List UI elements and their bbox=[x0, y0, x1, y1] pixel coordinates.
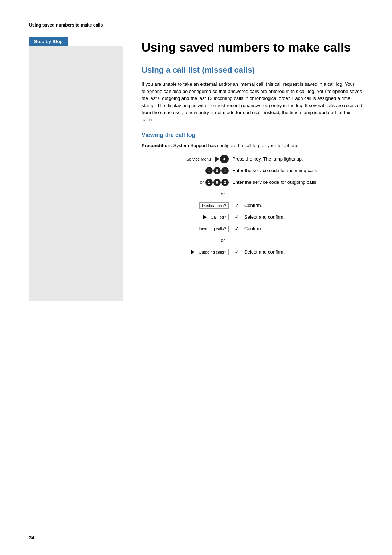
or-row-1: or bbox=[142, 189, 363, 199]
step-row-1-right: Press the key. The lamp lights up. bbox=[232, 156, 363, 162]
sidebar-grey-area bbox=[29, 46, 123, 301]
checkmark-7: ✓ bbox=[234, 248, 239, 255]
step-row-4-right: ✓ Confirm. bbox=[232, 202, 363, 209]
or-row-1-left: or bbox=[142, 191, 232, 197]
arrow-5-icon bbox=[203, 215, 207, 219]
step-row-7-right: ✓ Select and confirm. bbox=[232, 248, 363, 255]
step-row-2-right: Enter the service code for incoming call… bbox=[232, 168, 363, 173]
precondition-text: Precondition: System Support has configu… bbox=[142, 142, 363, 149]
checkmark-6: ✓ bbox=[234, 225, 239, 232]
checkmark-5: ✓ bbox=[234, 214, 239, 220]
left-sidebar: Step by Step bbox=[29, 37, 131, 301]
icon-1a: 1 bbox=[205, 167, 213, 174]
section2-title: Viewing the call log bbox=[142, 132, 363, 138]
step-row-6: Incoming calls? ✓ Confirm. bbox=[142, 224, 363, 234]
content-layout: Step by Step Using saved numbers to make… bbox=[29, 37, 363, 301]
page-title: Using saved numbers to make calls bbox=[142, 40, 363, 54]
step-row-5-left: Call log? bbox=[142, 214, 232, 220]
breadcrumb: Using saved numbers to make calls bbox=[29, 23, 103, 28]
step7-text: Select and confirm. bbox=[244, 249, 285, 255]
step-row-6-right: ✓ Confirm. bbox=[232, 225, 363, 232]
or-label-2: or bbox=[221, 238, 229, 243]
step6-text: Confirm. bbox=[244, 226, 262, 231]
step-row-2-left: 1 8 1 bbox=[142, 167, 232, 174]
step-by-step-label: Step by Step bbox=[29, 37, 68, 46]
page-container: Using saved numbers to make calls Step b… bbox=[0, 0, 392, 555]
step2-text: Enter the service code for incoming call… bbox=[232, 168, 318, 173]
arrow-icon bbox=[215, 156, 219, 162]
icon-8a: 8 bbox=[213, 167, 221, 174]
destinations-menu[interactable]: Destinations? bbox=[199, 202, 229, 209]
page-number: 34 bbox=[29, 535, 34, 540]
arrow-7-icon bbox=[191, 250, 195, 254]
section1-title: Using a call list (missed calls) bbox=[142, 65, 363, 75]
step-row-7-left: Outgoing calls? bbox=[142, 249, 232, 255]
step-row-3: or 1 8 2 Enter the service code for outg… bbox=[142, 178, 363, 187]
calllog-menu[interactable]: Call log? bbox=[208, 214, 229, 220]
or-label-1: or bbox=[221, 191, 229, 197]
icon-2a: 2 bbox=[221, 179, 229, 186]
step-row-1: Service Menu ● Press the key. The lamp l… bbox=[142, 154, 363, 164]
step1-text: Press the key. The lamp lights up. bbox=[232, 156, 303, 162]
or-row-2-left: or bbox=[142, 238, 232, 243]
page-header: Using saved numbers to make calls bbox=[29, 22, 363, 29]
step5-text: Select and confirm. bbox=[244, 214, 285, 220]
icon-1c: 1 bbox=[205, 179, 213, 186]
icon-8b: 8 bbox=[213, 179, 221, 186]
or-row-2: or bbox=[142, 236, 363, 245]
section1-body: If you are unable to take an external an… bbox=[142, 81, 363, 123]
icon-group-181: 1 8 1 bbox=[205, 167, 229, 174]
icon-1b: 1 bbox=[221, 167, 229, 174]
service-menu-button[interactable]: Service Menu bbox=[184, 156, 213, 162]
step-row-4-left: Destinations? bbox=[142, 202, 232, 209]
step-row-1-left: Service Menu ● bbox=[142, 155, 232, 163]
step-row-6-left: Incoming calls? bbox=[142, 226, 232, 232]
step-row-5-right: ✓ Select and confirm. bbox=[232, 214, 363, 220]
or-prefix-1: or bbox=[200, 179, 204, 185]
step3-text: Enter the service code for outgoing call… bbox=[232, 179, 318, 185]
step-row-3-right: Enter the service code for outgoing call… bbox=[232, 179, 363, 185]
step-row-7: Outgoing calls? ✓ Select and confirm. bbox=[142, 247, 363, 257]
icon-group-182: 1 8 2 bbox=[205, 179, 229, 186]
step-row-3-left: or 1 8 2 bbox=[142, 179, 232, 186]
step4-text: Confirm. bbox=[244, 203, 262, 208]
outgoing-calls-menu[interactable]: Outgoing calls? bbox=[196, 249, 229, 255]
checkmark-4: ✓ bbox=[234, 202, 239, 209]
incoming-calls-menu[interactable]: Incoming calls? bbox=[196, 226, 229, 232]
right-content: Using saved numbers to make calls Using … bbox=[131, 37, 363, 301]
black-dot-icon: ● bbox=[220, 155, 229, 163]
step-row-5: Call log? ✓ Select and confirm. bbox=[142, 212, 363, 222]
step-row-2: 1 8 1 Enter the service code for incomin… bbox=[142, 166, 363, 175]
step-row-4: Destinations? ✓ Confirm. bbox=[142, 201, 363, 210]
